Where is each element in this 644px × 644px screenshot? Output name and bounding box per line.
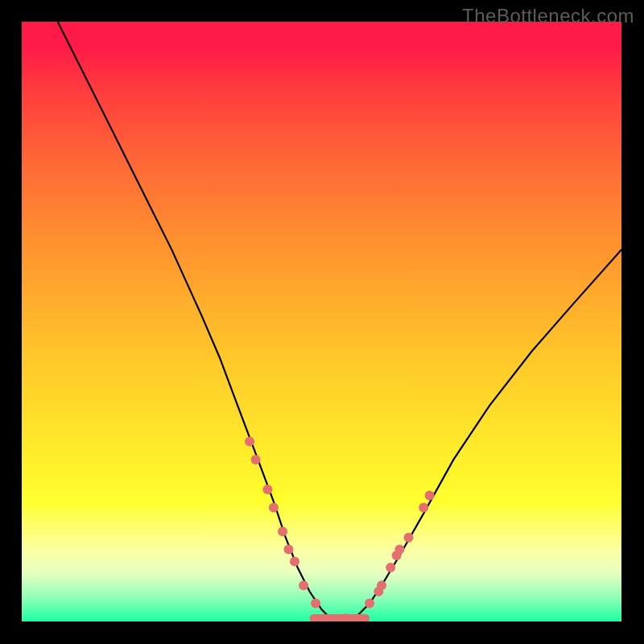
watermark-text: TheBottleneck.com <box>462 5 634 27</box>
marker-dot <box>290 557 299 567</box>
marker-dot <box>386 563 395 572</box>
marker-dot <box>251 455 261 464</box>
chart-svg <box>22 22 621 621</box>
marker-dot <box>262 485 272 494</box>
marker-dot <box>365 599 374 609</box>
bottom-fill-band <box>310 614 370 621</box>
marker-dot <box>377 580 386 590</box>
marker-dot <box>425 491 435 501</box>
bottleneck-curve <box>58 22 621 621</box>
marker-dot <box>419 503 428 513</box>
marker-dot <box>404 533 414 543</box>
marker-dot <box>394 545 404 555</box>
marker-dot <box>284 545 294 555</box>
chart-plot-area <box>22 22 621 621</box>
marker-group <box>245 437 434 622</box>
marker-dot <box>311 599 320 609</box>
marker-dot <box>278 526 287 536</box>
marker-dot <box>269 503 279 513</box>
marker-dot <box>299 580 308 590</box>
marker-dot <box>245 437 254 447</box>
